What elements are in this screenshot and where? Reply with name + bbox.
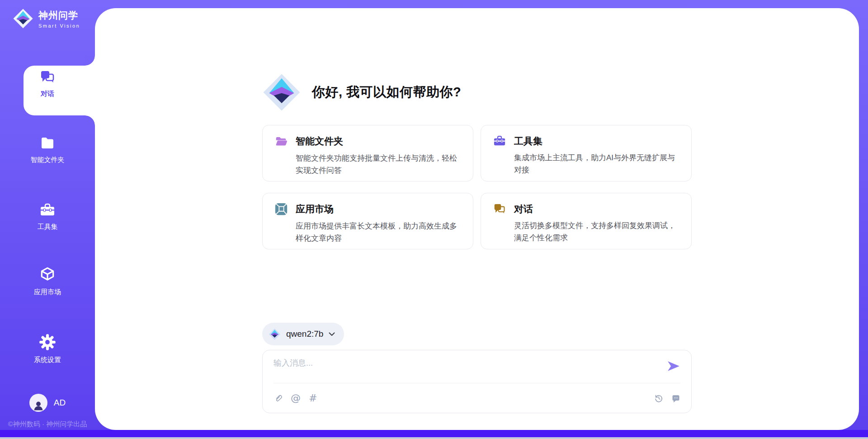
user-profile[interactable]: AD [2, 394, 93, 412]
avatar [29, 394, 47, 412]
chat-icon [493, 202, 506, 215]
brand-logo: 神州问学 Smart Vision [13, 8, 80, 29]
model-name: qwen2:7b [286, 329, 323, 339]
card-description: 应用市场提供丰富长文本模板，助力高效生成多样化文章内容 [296, 220, 461, 244]
hash-icon: # [309, 394, 317, 403]
card-description: 集成市场上主流工具，助力AI与外界无缝扩展与对接 [514, 152, 679, 176]
cube-icon [38, 266, 57, 283]
card-smart-folder[interactable]: 智能文件夹 智能文件夹功能支持批量文件上传与清洗，轻松实现文件问答 [262, 125, 473, 181]
history-icon [654, 393, 663, 403]
card-title: 工具集 [514, 135, 542, 148]
sidebar-item-app-market[interactable]: 应用市场 [2, 266, 93, 296]
sidebar-item-label: 应用市场 [34, 288, 61, 296]
sidebar-item-label: 对话 [41, 90, 54, 98]
mention-button[interactable]: @ [291, 394, 301, 403]
tab-fillet-top [85, 56, 95, 66]
tab-fillet-bottom [85, 115, 95, 125]
card-chat[interactable]: 对话 灵活切换多模型文件，支持多样回复效果调试，满足个性化需求 [481, 193, 692, 249]
card-description: 灵活切换多模型文件，支持多样回复效果调试，满足个性化需求 [514, 220, 679, 244]
toolbox-icon [493, 134, 506, 148]
folder-open-icon [274, 134, 288, 148]
attach-file-button[interactable] [274, 393, 283, 403]
user-initials: AD [54, 398, 66, 408]
history-button[interactable] [654, 393, 663, 403]
sidebar-item-smart-folder[interactable]: 智能文件夹 [2, 135, 93, 164]
send-button[interactable] [667, 360, 680, 372]
sidebar-item-settings[interactable]: 系统设置 [2, 333, 93, 364]
card-toolset[interactable]: 工具集 集成市场上主流工具，助力AI与外界无缝扩展与对接 [481, 125, 692, 181]
card-title: 智能文件夹 [296, 135, 343, 148]
greeting-block: 你好, 我可以如何帮助你? [262, 72, 692, 112]
sidebar-item-label: 智能文件夹 [31, 156, 65, 164]
horizontal-scrollbar[interactable] [0, 437, 868, 439]
message-composer: @ # [262, 350, 692, 413]
brand-name: 神州问学 [38, 9, 80, 22]
chat-bubble-icon [671, 394, 680, 403]
feature-cards: 智能文件夹 智能文件夹功能支持批量文件上传与清洗，轻松实现文件问答 工具 [262, 125, 692, 249]
sidebar: 神州问学 Smart Vision 对话 智能文件夹 [0, 0, 95, 439]
gear-icon [38, 333, 57, 351]
app-root: 神州问学 Smart Vision 对话 智能文件夹 [0, 0, 868, 439]
person-icon [32, 399, 45, 412]
greeting-title: 你好, 我可以如何帮助你? [312, 83, 461, 101]
bottom-accent-strip [0, 430, 868, 437]
sidebar-item-label: 工具集 [38, 223, 58, 231]
conversation-button[interactable] [671, 394, 680, 403]
grid-cube-icon [274, 202, 288, 216]
sidebar-item-toolset[interactable]: 工具集 [2, 202, 93, 231]
model-gem-icon [269, 328, 281, 340]
paperclip-icon [274, 393, 283, 403]
main-panel: 你好, 我可以如何帮助你? 智能文件夹 智能文件夹功能支持批量文件上传与清洗，轻… [95, 8, 859, 430]
copyright-text: ©神州数码 · 神州问学出品 [2, 420, 93, 429]
at-icon: @ [291, 394, 301, 403]
brand-gem-icon [13, 8, 33, 29]
card-title: 对话 [514, 203, 533, 215]
sidebar-item-label: 系统设置 [34, 356, 61, 364]
topic-button[interactable]: # [309, 394, 317, 403]
model-selector[interactable]: qwen2:7b [262, 323, 344, 345]
sidebar-item-chat[interactable]: 对话 [2, 69, 93, 98]
folder-icon [39, 135, 56, 151]
message-input[interactable] [274, 358, 660, 380]
send-icon [667, 360, 680, 372]
assistant-gem-icon [262, 73, 301, 112]
card-title: 应用市场 [296, 203, 334, 215]
brand-subtitle: Smart Vision [38, 23, 80, 29]
chevron-down-icon [329, 332, 335, 336]
card-app-market[interactable]: 应用市场 应用市场提供丰富长文本模板，助力高效生成多样化文章内容 [262, 193, 473, 249]
toolbox-icon [39, 202, 56, 218]
chat-icon [39, 69, 56, 85]
card-description: 智能文件夹功能支持批量文件上传与清洗，轻松实现文件问答 [296, 152, 461, 177]
